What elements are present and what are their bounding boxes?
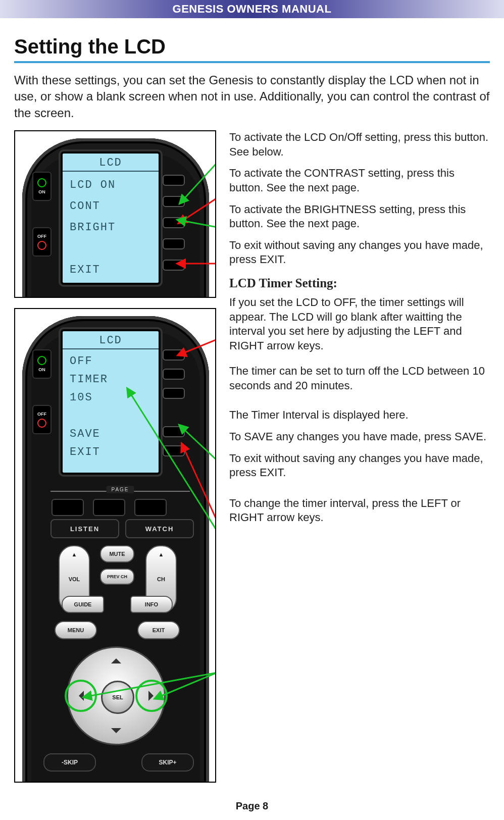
softkey-3[interactable] [163, 217, 185, 228]
lcd-row-lcdon: LCD ON [63, 175, 159, 196]
exit-button[interactable]: EXIT [137, 621, 180, 639]
lcd-row-save: SAVE [63, 425, 159, 443]
callout-brightness: To activate the BRIGHTNESS setting, pres… [229, 202, 490, 231]
dpad-left-icon [74, 691, 84, 701]
title-rule [14, 61, 490, 63]
lcd-row-bright: BRIGHT [63, 217, 159, 238]
dpad: SEL [67, 646, 166, 745]
info-button[interactable]: INFO [130, 596, 173, 613]
dpad-up-icon [111, 653, 121, 663]
page-number: Page 8 [0, 800, 504, 812]
callout-column: To activate the LCD On/Off setting, pres… [229, 130, 490, 793]
callout-timer-display: The Timer Interval is displayed here. [229, 408, 490, 423]
softkey-1[interactable] [163, 175, 185, 186]
intro-text: With these settings, you can set the Gen… [14, 72, 490, 121]
guide-button[interactable]: GUIDE [62, 596, 104, 613]
figure-lcd-menu: ON OFF LCD LCD ON CONT BRIGHT EXIT [14, 130, 216, 298]
dpad-down-icon [111, 728, 121, 738]
lcd-row-blank [63, 407, 159, 425]
lcd-title: LCD [63, 331, 159, 349]
lcd-row-exit: EXIT [63, 260, 159, 281]
listen-button[interactable]: LISTEN [51, 519, 119, 538]
skip-plus-button[interactable]: SKIP+ [141, 753, 194, 772]
mid-button-cluster: ▲VOL▼ ▲CH▼ MUTE PREV CH GUIDE INFO MENU … [40, 545, 192, 651]
softkey-1[interactable] [163, 349, 185, 361]
page-label: PAGE [106, 486, 134, 493]
callout-change-interval: To change the timer interval, press the … [229, 496, 490, 525]
callout-contrast: To activate the CONTRAST setting, press … [229, 166, 490, 195]
page-divider: PAGE [51, 486, 190, 497]
softkey-5[interactable] [163, 260, 185, 271]
timer-heading: LCD Timer Setting: [229, 276, 490, 290]
softkey-2[interactable] [163, 196, 185, 207]
lcd-title: LCD [63, 153, 159, 172]
section-title: Setting the LCD [14, 35, 490, 58]
lcd-row-cont: CONT [63, 196, 159, 217]
lcd-screen: LCD OFF TIMER 10S SAVE EXIT [61, 329, 161, 475]
lcd-row-exit: EXIT [63, 443, 159, 462]
power-off-button[interactable]: OFF [32, 227, 52, 257]
page-mid-button[interactable] [93, 499, 125, 516]
power-on-button[interactable]: ON [32, 172, 52, 201]
lcd-row-off: OFF [63, 352, 159, 371]
callout-exit: To exit without saving any changes you h… [229, 238, 490, 267]
header-title: GENESIS OWNERS MANUAL [173, 3, 332, 16]
power-on-button[interactable]: ON [32, 349, 52, 379]
watch-button[interactable]: WATCH [125, 519, 194, 538]
page-left-button[interactable] [52, 499, 84, 516]
menu-button[interactable]: MENU [55, 621, 97, 639]
dpad-right-icon [148, 691, 159, 701]
callout-timer-range: The timer can be set to turn off the LCD… [229, 364, 490, 393]
callout-save: To SAVE any changes you have made, press… [229, 430, 490, 444]
softkey-4[interactable] [163, 238, 185, 249]
power-off-button[interactable]: OFF [32, 405, 52, 434]
select-button[interactable]: SEL [101, 681, 134, 714]
softkey-4[interactable] [163, 426, 185, 437]
softkey-5[interactable] [163, 445, 185, 456]
figure-lcd-timer: ON OFF LCD OFF TIMER 10S SAVE EXIT [14, 308, 216, 783]
callout-timer-off: If you set the LCD to OFF, the timer set… [229, 295, 490, 353]
lcd-row-timer: TIMER [63, 371, 159, 389]
header-banner: GENESIS OWNERS MANUAL [0, 0, 504, 18]
softkey-3[interactable] [163, 388, 185, 399]
callout-lcd-onoff: To activate the LCD On/Off setting, pres… [229, 130, 490, 159]
skip-minus-button[interactable]: -SKIP [43, 753, 96, 772]
softkey-2[interactable] [163, 369, 185, 380]
lcd-row-blank [63, 238, 159, 260]
lcd-screen: LCD LCD ON CONT BRIGHT EXIT [61, 151, 161, 285]
mute-button[interactable]: MUTE [100, 545, 134, 562]
prev-ch-button[interactable]: PREV CH [100, 569, 134, 585]
page-right-button[interactable] [134, 499, 167, 516]
callout-exit2: To exit without saving any changes you h… [229, 451, 490, 480]
lcd-row-10s: 10S [63, 389, 159, 407]
